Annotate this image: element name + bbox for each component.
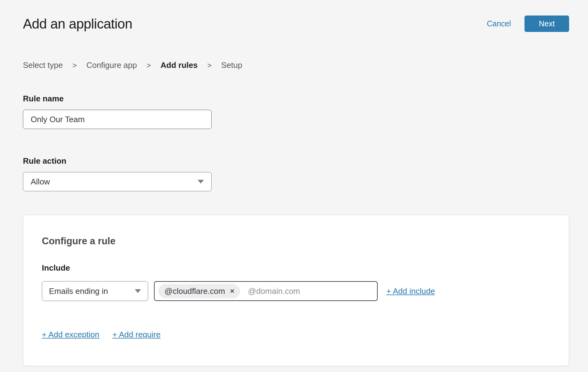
header-actions: Cancel Next	[487, 16, 569, 32]
include-value-input[interactable]: @cloudflare.com ×	[154, 281, 378, 301]
rule-action-value: Allow	[31, 177, 50, 187]
rule-action-select[interactable]: Allow	[23, 172, 212, 191]
breadcrumb-separator: >	[207, 61, 212, 70]
chevron-down-icon	[135, 289, 141, 293]
rule-action-label: Rule action	[23, 156, 569, 166]
breadcrumb-step-configure-app[interactable]: Configure app	[86, 60, 137, 70]
cancel-button[interactable]: Cancel	[487, 19, 511, 28]
breadcrumb-step-setup[interactable]: Setup	[221, 60, 242, 70]
include-rule-row: Emails ending in @cloudflare.com × + Add…	[42, 281, 550, 301]
add-application-page: Add an application Cancel Next Select ty…	[0, 0, 588, 366]
email-domain-chip: @cloudflare.com ×	[158, 284, 240, 298]
page-header: Add an application Cancel Next	[23, 16, 569, 32]
breadcrumb-step-select-type[interactable]: Select type	[23, 60, 63, 70]
rule-name-input[interactable]	[23, 110, 212, 129]
page-title: Add an application	[23, 16, 132, 32]
configure-rule-card: Configure a rule Include Emails ending i…	[23, 215, 569, 366]
breadcrumb-separator: >	[147, 61, 151, 70]
add-require-link[interactable]: + Add require	[112, 330, 160, 339]
add-exception-link[interactable]: + Add exception	[42, 330, 99, 339]
chevron-down-icon	[198, 180, 204, 184]
card-links-row: + Add exception + Add require	[42, 330, 550, 339]
include-selector[interactable]: Emails ending in	[42, 281, 148, 301]
next-button[interactable]: Next	[524, 16, 569, 32]
include-label: Include	[42, 263, 550, 273]
include-selector-value: Emails ending in	[49, 286, 108, 296]
rule-name-label: Rule name	[23, 94, 569, 104]
add-include-link[interactable]: + Add include	[386, 286, 435, 296]
email-domain-text-input[interactable]	[248, 286, 374, 296]
breadcrumb-separator: >	[72, 61, 77, 70]
email-domain-chip-label: @cloudflare.com	[165, 286, 225, 296]
breadcrumb-step-add-rules[interactable]: Add rules	[160, 60, 198, 70]
configure-rule-title: Configure a rule	[42, 236, 550, 247]
breadcrumb: Select type > Configure app > Add rules …	[23, 60, 569, 70]
remove-chip-icon[interactable]: ×	[230, 287, 234, 295]
